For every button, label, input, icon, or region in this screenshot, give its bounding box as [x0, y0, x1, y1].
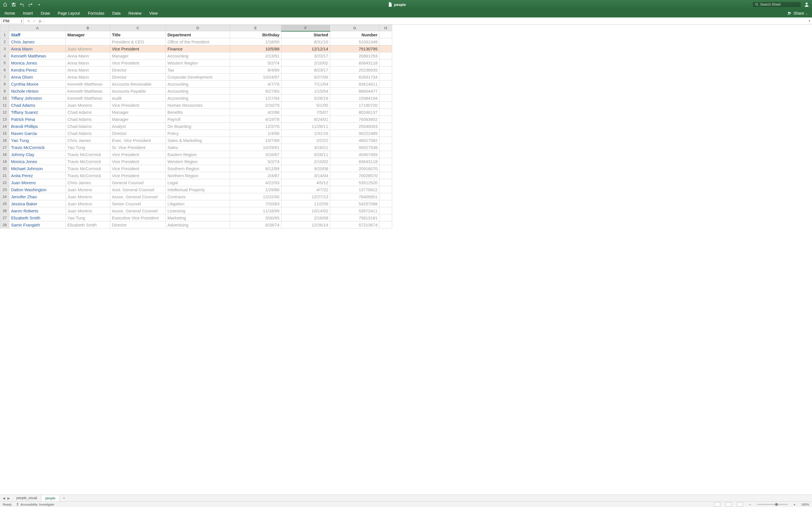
cell-number[interactable]: 57213674 [330, 221, 379, 228]
cell-started[interactable]: 2/16/08 [282, 214, 330, 221]
cell-title[interactable]: Accounts Payable [110, 88, 166, 95]
formula-cancel-icon[interactable]: ✕ [27, 19, 30, 23]
cell-number[interactable]: 90027538 [330, 144, 379, 151]
cell-started[interactable]: 5/28/19 [282, 95, 330, 102]
cell-birthday[interactable]: 2/13/91 [230, 52, 282, 59]
cell-department[interactable]: Accounting [166, 80, 230, 88]
cell-birthday[interactable]: 1/29/88 [230, 186, 282, 193]
name-box-stepper[interactable]: ▲▼ [20, 19, 22, 23]
cell-title[interactable]: Executive Vice President [110, 214, 166, 221]
cell-empty[interactable] [379, 73, 392, 80]
cell-number[interactable]: 54257068 [330, 200, 379, 207]
cell-manager[interactable]: Anna Mann [66, 59, 110, 66]
col-header-F[interactable]: F [282, 25, 330, 31]
cell-manager[interactable] [66, 38, 110, 45]
cell-manager[interactable]: Yao Tung [66, 144, 110, 151]
view-page-layout-button[interactable] [725, 502, 732, 507]
tab-formulas[interactable]: Formulas [88, 11, 104, 15]
zoom-out-button[interactable]: − [747, 502, 753, 507]
sheet-tab[interactable]: people [41, 496, 59, 502]
cell-staff[interactable]: Michael Johnson [9, 165, 66, 172]
cell-department[interactable]: Benefits [166, 109, 230, 116]
cell-empty[interactable] [379, 95, 392, 102]
cell-number[interactable]: 76083602 [330, 116, 379, 123]
cell-started[interactable]: 5/1/05 [282, 102, 330, 109]
cell-staff[interactable]: Tiffany Suarez [9, 109, 66, 116]
cell-started[interactable]: 7/11/04 [282, 80, 330, 88]
cell-department[interactable]: Human Resources [166, 102, 230, 109]
cell-staff[interactable]: Kenneth Matthews [9, 52, 66, 59]
cell-birthday[interactable]: 11/16/99 [230, 207, 282, 214]
cell-manager[interactable]: Kenneth Matthews [66, 80, 110, 88]
cell-staff[interactable]: Chad Adams [9, 102, 66, 109]
cell-birthday[interactable]: 2/4/87 [230, 172, 282, 179]
cell-staff[interactable]: Samir Frangieh [9, 221, 66, 228]
header-staff[interactable]: Staff [9, 31, 66, 38]
cell-empty[interactable] [379, 88, 392, 95]
cell-title[interactable]: Vice President [110, 172, 166, 179]
cell-staff[interactable]: Monica Jones [9, 158, 66, 165]
cell-started[interactable]: 11/2/09 [282, 200, 330, 207]
cell-department[interactable]: Intellectual Property [166, 186, 230, 193]
cell-manager[interactable]: Travis McCormick [66, 158, 110, 165]
row-header[interactable]: 18 [0, 151, 9, 158]
row-header[interactable]: 11 [0, 102, 9, 109]
cell-empty[interactable] [379, 186, 392, 193]
row-header[interactable]: 6 [0, 66, 9, 73]
cell-title[interactable]: Vice President [110, 165, 166, 172]
cell-manager[interactable]: Chad Adams [66, 109, 110, 116]
cell-started[interactable]: 5/28/11 [282, 151, 330, 158]
save-icon[interactable] [11, 2, 16, 7]
cell-title[interactable]: Vice President [110, 151, 166, 158]
cell-number[interactable]: 75813181 [330, 214, 379, 221]
sheet-nav-next-icon[interactable]: ▶ [6, 496, 11, 501]
cell-number[interactable]: 20891293 [330, 52, 379, 59]
cell-number[interactable]: 83643118 [330, 59, 379, 66]
cell-empty[interactable] [379, 116, 392, 123]
cell-department[interactable]: On Boarding [166, 123, 230, 130]
cell-department[interactable]: Sales & Marketing [166, 137, 230, 144]
cell-title[interactable]: Director [110, 66, 166, 73]
cell-number[interactable]: 83643118 [330, 158, 379, 165]
cell-title[interactable]: Manager [110, 109, 166, 116]
cell-empty[interactable] [379, 31, 392, 38]
cell-birthday[interactable]: 5/2/74 [230, 59, 282, 66]
cell-title[interactable]: Vice President [110, 158, 166, 165]
cell-started[interactable]: 2/2/22 [282, 137, 330, 144]
cell-started[interactable]: 10/14/02 [282, 207, 330, 214]
cell-staff[interactable]: Chris James [9, 38, 66, 45]
cell-started[interactable]: 8/31/10 [282, 38, 330, 45]
cell-birthday[interactable]: 5/2/74 [230, 158, 282, 165]
row-header[interactable]: 8 [0, 80, 9, 88]
cell-empty[interactable] [379, 38, 392, 45]
header-number[interactable]: Number [330, 31, 379, 38]
cell-staff[interactable]: Kendra Perez [9, 66, 66, 73]
header-title[interactable]: Title [110, 31, 166, 38]
cell-started[interactable]: 1/15/04 [282, 88, 330, 95]
col-header-D[interactable]: D [166, 25, 230, 31]
cell-started[interactable]: 1/31/16 [282, 130, 330, 137]
row-header[interactable]: 10 [0, 95, 9, 102]
cell-department[interactable]: Licensing [166, 207, 230, 214]
cell-manager[interactable]: Anna Mann [66, 52, 110, 59]
cell-started[interactable]: 12/12/14 [282, 45, 330, 52]
cell-empty[interactable] [379, 123, 392, 130]
cell-manager[interactable]: Chad Adams [66, 116, 110, 123]
cell-manager[interactable]: Juan Moreno [66, 45, 110, 52]
cell-empty[interactable] [379, 221, 392, 228]
cell-staff[interactable]: Raven Garcia [9, 130, 66, 137]
cell-birthday[interactable]: 1/27/94 [230, 95, 282, 102]
tab-view[interactable]: View [149, 11, 158, 15]
name-box[interactable]: F56 ▲▼ [1, 18, 24, 24]
cell-birthday[interactable]: 10/24/97 [230, 73, 282, 80]
cell-manager[interactable]: Chad Adams [66, 123, 110, 130]
select-all-corner[interactable] [0, 25, 9, 31]
fx-icon[interactable]: fx [39, 19, 42, 23]
zoom-level[interactable]: 160% [801, 503, 809, 506]
row-header[interactable]: 24 [0, 193, 9, 200]
home-icon[interactable] [3, 2, 7, 7]
cell-department[interactable]: Sales [166, 144, 230, 151]
cell-title[interactable]: Accounts Receivable [110, 80, 166, 88]
cell-birthday[interactable]: 10/29/91 [230, 144, 282, 151]
header-manager[interactable]: Manager [66, 31, 110, 38]
